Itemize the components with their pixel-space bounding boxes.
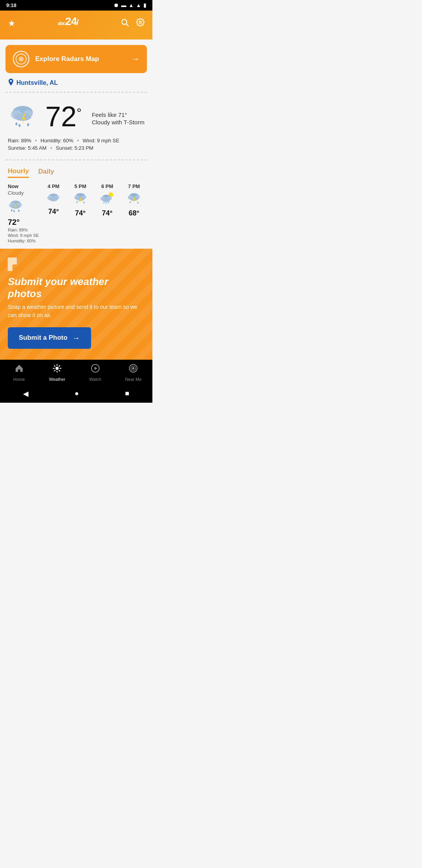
svg-point-6	[20, 58, 22, 60]
rain-value: Rain: 89%	[8, 138, 31, 143]
weather-main: 72 ° Feels like 71° Cloudy with T-Storm	[0, 96, 152, 136]
submit-btn-label: Submit a Photo	[19, 334, 68, 342]
svg-point-32	[76, 201, 77, 203]
submit-logo: ▛	[8, 258, 145, 271]
svg-point-10	[14, 113, 31, 121]
icon-6pm	[100, 192, 114, 207]
radar-banner[interactable]: Explore Radars Map →	[5, 45, 147, 73]
nav-item-home[interactable]: Home	[0, 364, 38, 382]
divider-middle	[5, 160, 147, 160]
sunrise-value: Sunrise: 5:45 AM	[8, 145, 46, 151]
battery-icon: ▮	[143, 2, 146, 8]
settings-button[interactable]	[136, 18, 145, 29]
now-label: Now	[8, 183, 43, 189]
weather-details: Rain: 89% • Humidity: 60% • Wind: 9 mph …	[0, 136, 152, 156]
svg-point-47	[129, 201, 131, 203]
nav-label-home: Home	[13, 377, 25, 382]
header-accent	[0, 36, 152, 39]
time: 9:18	[6, 2, 16, 8]
icon-7pm	[127, 192, 141, 207]
temperature-block: 72 °	[45, 102, 82, 131]
nav-item-watch[interactable]: Watch	[76, 364, 114, 382]
wind-value: Wind: 9 mph SE	[82, 138, 119, 143]
svg-point-49	[55, 367, 59, 370]
hourly-now: Now Cloudy 72° Rain: 89% Wind: 9 mph SE …	[8, 183, 43, 243]
humidity-value: Humidity: 60%	[41, 138, 73, 143]
temp-7pm: 68°	[129, 209, 139, 217]
pin-icon	[8, 79, 14, 86]
svg-point-33	[83, 201, 84, 203]
tab-hourly[interactable]: Hourly	[8, 167, 29, 178]
signal-icon: ▲	[136, 2, 141, 8]
location-pin-icon	[8, 79, 14, 87]
svg-point-22	[18, 210, 20, 212]
separator-1: •	[35, 138, 37, 143]
now-wind: Wind: 9 mph SE	[8, 233, 43, 238]
header-actions	[120, 18, 145, 29]
status-bar: 9:18 ⏺ ▬ ▲ ▲ ▮	[0, 0, 152, 11]
sunset-value: Sunset: 5:23 PM	[56, 145, 93, 151]
submit-photo-button[interactable]: Submit a Photo →	[8, 327, 91, 349]
cloud-icon	[46, 192, 61, 203]
location-row[interactable]: Huntsville, AL	[0, 73, 152, 89]
icon-4pm	[46, 192, 61, 205]
recent-button[interactable]: ■	[125, 389, 129, 398]
forecast-tabs: Hourly Daily	[0, 163, 152, 178]
temp-5pm: 74°	[75, 209, 86, 217]
svg-line-57	[59, 366, 60, 366]
tab-daily[interactable]: Daily	[38, 167, 54, 178]
now-icon	[8, 198, 43, 215]
svg-marker-59	[95, 367, 97, 370]
icon-5pm	[73, 192, 88, 207]
svg-point-48	[137, 201, 138, 203]
hourly-item-5pm: 5 PM 74°	[70, 183, 91, 243]
svg-point-14	[27, 123, 29, 126]
details-row-2: Sunrise: 5:45 AM • Sunset: 5:23 PM	[8, 145, 145, 151]
hourly-rest: 4 PM 74° 5 PM	[43, 183, 145, 243]
home-button[interactable]: ●	[75, 389, 79, 398]
temp-6pm: 74°	[102, 209, 113, 217]
weather-description: Feels like 71° Cloudy with T-Storm	[92, 108, 145, 126]
status-icons: ⏺ ▬ ▲ ▲ ▮	[114, 2, 146, 8]
wifi-icon: ▲	[129, 2, 134, 8]
home-icon	[14, 364, 24, 375]
now-rain: Rain: 89%	[8, 228, 43, 232]
favorite-button[interactable]: ★	[8, 18, 16, 29]
svg-line-54	[54, 366, 55, 366]
location-name: Huntsville, AL	[16, 79, 58, 86]
svg-point-38	[102, 197, 110, 202]
app-logo: abc24/	[57, 15, 78, 32]
svg-point-41	[108, 202, 109, 203]
thunder-rain-icon	[127, 192, 141, 204]
thunder-icon	[73, 192, 88, 204]
time-7pm: 7 PM	[128, 183, 140, 189]
time-6pm: 6 PM	[101, 183, 113, 189]
radar-icon	[13, 50, 30, 68]
back-button[interactable]: ◀	[23, 389, 29, 398]
svg-point-40	[106, 203, 107, 204]
svg-point-26	[49, 197, 58, 201]
svg-line-55	[59, 370, 60, 371]
hourly-item-7pm: 7 PM 68°	[123, 183, 145, 243]
notification-icon: ▬	[121, 2, 126, 8]
nav-item-weather[interactable]: Weather	[38, 364, 77, 382]
submit-btn-arrow: →	[72, 334, 80, 343]
now-condition: Cloudy	[8, 190, 43, 196]
hourly-section: Now Cloudy 72° Rain: 89% Wind: 9 mph SE …	[0, 178, 152, 249]
nav-item-nearme[interactable]: Near Me	[114, 364, 153, 382]
watch-play-icon	[91, 364, 100, 375]
svg-point-61	[132, 367, 134, 369]
time-5pm: 5 PM	[74, 183, 86, 189]
header: ★ abc24/	[0, 11, 152, 36]
svg-point-12	[16, 122, 18, 126]
now-humidity: Humidity: 60%	[8, 239, 43, 243]
submit-description: Snap a weather picture and send it to ou…	[8, 303, 145, 319]
svg-line-1	[126, 24, 128, 26]
divider-top	[5, 92, 147, 93]
time-4pm: 4 PM	[48, 183, 59, 189]
radar-banner-left: Explore Radars Map	[13, 50, 99, 68]
separator-2: •	[77, 138, 79, 143]
search-button[interactable]	[120, 18, 129, 29]
hourly-item-6pm: 6 PM 74°	[97, 183, 118, 243]
partly-sunny-icon	[100, 192, 114, 204]
